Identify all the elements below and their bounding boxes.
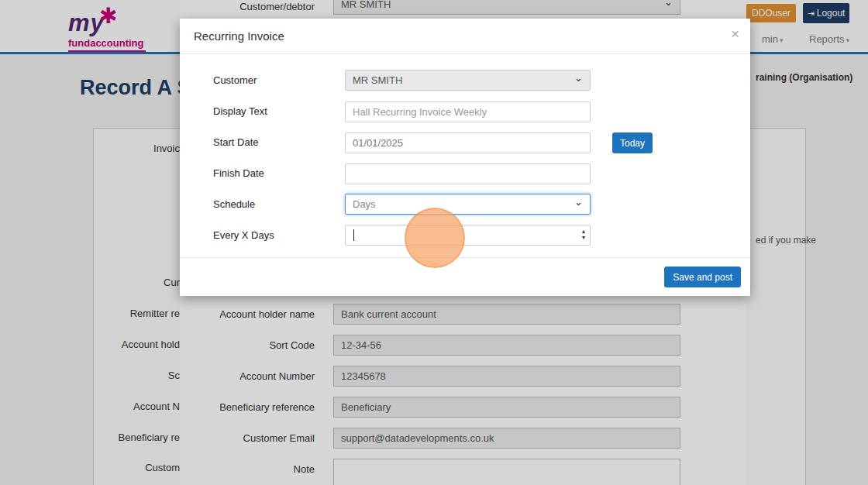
click-indicator bbox=[405, 208, 465, 268]
chevron-down-icon: ⌄ bbox=[574, 196, 583, 208]
save-and-post-button[interactable]: Save and post bbox=[664, 267, 741, 287]
today-button[interactable]: Today bbox=[612, 132, 653, 153]
modal-title: Recurring Invoice bbox=[194, 29, 284, 43]
customer-label: Customer bbox=[213, 74, 257, 86]
spinner-down-icon: ▾ bbox=[582, 235, 585, 241]
every-x-days-field: ▴▾ bbox=[345, 225, 591, 246]
modal-footer: Save and post bbox=[180, 257, 750, 296]
finish-date-label: Finish Date bbox=[213, 167, 264, 179]
text-cursor bbox=[353, 229, 354, 241]
start-date-input[interactable] bbox=[345, 132, 591, 153]
display-text-label: Display Text bbox=[213, 105, 267, 117]
customer-select[interactable]: MR SMITH ⌄ bbox=[345, 70, 591, 91]
recurring-invoice-modal: Recurring Invoice × Customer MR SMITH ⌄ … bbox=[180, 19, 750, 296]
every-x-days-input[interactable] bbox=[345, 225, 591, 246]
schedule-value: Days bbox=[353, 198, 376, 210]
every-x-days-label: Every X Days bbox=[213, 229, 274, 241]
display-text-input[interactable] bbox=[345, 101, 591, 122]
number-spinner[interactable]: ▴▾ bbox=[582, 229, 585, 241]
schedule-label: Schedule bbox=[213, 198, 255, 210]
schedule-select[interactable]: Days ⌄ bbox=[345, 194, 591, 215]
customer-value: MR SMITH bbox=[353, 74, 402, 86]
chevron-down-icon: ⌄ bbox=[574, 72, 583, 84]
start-date-label: Start Date bbox=[213, 136, 259, 148]
finish-date-input[interactable] bbox=[345, 163, 591, 184]
close-icon[interactable]: × bbox=[731, 26, 739, 43]
modal-header: Recurring Invoice × bbox=[180, 19, 750, 54]
screen: my ✱ fundaccounting DDOuser ⇥Logout min▾… bbox=[0, 0, 868, 485]
